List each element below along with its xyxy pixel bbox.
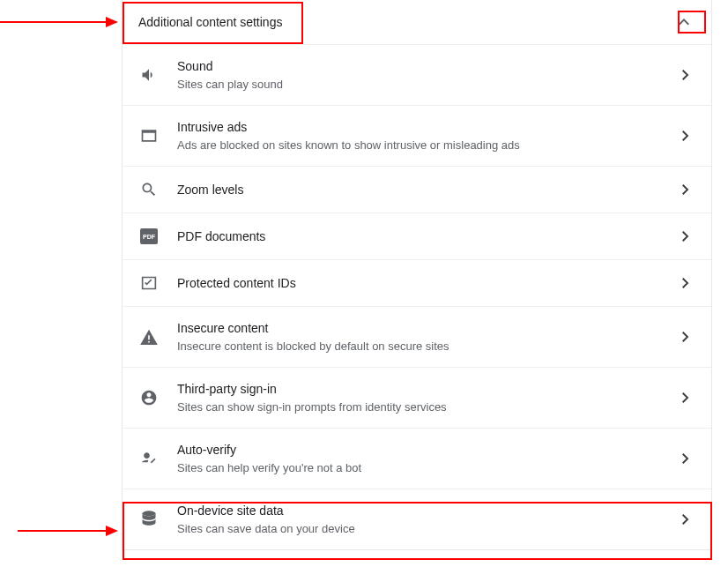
- svg-marker-6: [106, 526, 118, 536]
- row-title: Sound: [177, 57, 678, 75]
- section-header[interactable]: Additional content settings: [123, 0, 711, 45]
- chevron-right-icon: [678, 329, 694, 345]
- row-zoom-levels[interactable]: Zoom levels: [123, 167, 711, 213]
- database-icon: [138, 509, 160, 530]
- row-text: On-device site data Sites can save data …: [177, 502, 678, 537]
- row-text: Intrusive ads Ads are blocked on sites k…: [177, 118, 678, 153]
- chevron-right-icon: [678, 511, 694, 527]
- row-title: Intrusive ads: [177, 118, 678, 136]
- chevron-right-icon: [678, 275, 694, 291]
- row-text: Sound Sites can play sound: [177, 57, 678, 93]
- warning-icon: [138, 326, 160, 347]
- search-icon: [138, 179, 160, 200]
- window-icon: [138, 125, 160, 146]
- row-sound[interactable]: Sound Sites can play sound: [123, 45, 711, 106]
- row-text: Auto-verify Sites can help verify you're…: [177, 441, 678, 476]
- chevron-right-icon: [678, 67, 694, 83]
- annotation-arrow-bottom: [18, 522, 123, 540]
- settings-panel: Additional content settings Sound Sites …: [122, 0, 712, 550]
- row-title: PDF documents: [177, 228, 678, 245]
- row-subtitle: Sites can help verify you're not a bot: [177, 460, 678, 476]
- row-subtitle: Ads are blocked on sites known to show i…: [177, 138, 678, 153]
- svg-point-2: [143, 511, 156, 516]
- pdf-icon: PDF: [138, 226, 160, 247]
- row-text: PDF documents: [177, 228, 678, 245]
- row-insecure-content[interactable]: Insecure content Insecure content is blo…: [123, 307, 711, 368]
- person-circle-icon: [138, 387, 160, 408]
- row-title: On-device site data: [177, 502, 678, 519]
- chevron-right-icon: [678, 128, 694, 144]
- checkbox-checked-icon: [138, 272, 160, 294]
- row-third-party-signin[interactable]: Third-party sign-in Sites can show sign-…: [123, 368, 711, 429]
- row-text: Protected content IDs: [177, 274, 678, 292]
- row-subtitle: Sites can play sound: [177, 77, 678, 93]
- row-protected-content[interactable]: Protected content IDs: [123, 260, 711, 307]
- row-title: Protected content IDs: [177, 274, 678, 292]
- person-check-icon: [138, 448, 160, 469]
- row-title: Zoom levels: [177, 181, 678, 198]
- row-pdf-documents[interactable]: PDF PDF documents: [123, 213, 711, 260]
- row-subtitle: Sites can show sign-in prompts from iden…: [177, 399, 678, 415]
- row-text: Insecure content Insecure content is blo…: [177, 319, 678, 354]
- annotation-arrow-top: [0, 13, 123, 31]
- row-subtitle: Insecure content is blocked by default o…: [177, 339, 678, 354]
- svg-marker-4: [106, 17, 118, 27]
- section-title: Additional content settings: [138, 15, 282, 29]
- row-auto-verify[interactable]: Auto-verify Sites can help verify you're…: [123, 429, 711, 489]
- svg-text:PDF: PDF: [143, 234, 156, 240]
- chevron-right-icon: [678, 228, 694, 244]
- row-title: Third-party sign-in: [177, 380, 678, 398]
- row-on-device-site-data[interactable]: On-device site data Sites can save data …: [123, 489, 711, 549]
- row-title: Auto-verify: [177, 441, 678, 459]
- chevron-right-icon: [678, 390, 694, 406]
- sound-icon: [138, 64, 160, 86]
- collapse-icon[interactable]: [674, 12, 694, 32]
- chevron-right-icon: [678, 182, 694, 198]
- row-intrusive-ads[interactable]: Intrusive ads Ads are blocked on sites k…: [123, 106, 711, 167]
- row-subtitle: Sites can save data on your device: [177, 521, 678, 537]
- row-text: Third-party sign-in Sites can show sign-…: [177, 380, 678, 415]
- row-text: Zoom levels: [177, 181, 678, 198]
- row-title: Insecure content: [177, 319, 678, 337]
- chevron-right-icon: [678, 451, 694, 466]
